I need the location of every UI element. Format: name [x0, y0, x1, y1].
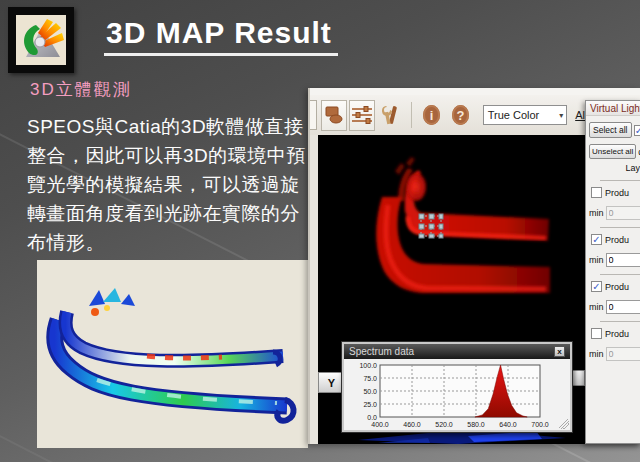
unselect-all-button[interactable]: Unselect all: [589, 144, 636, 159]
min-value-input[interactable]: [606, 347, 640, 361]
chevron-down-icon: ▾: [559, 111, 563, 120]
layer-label: Produ: [605, 235, 629, 245]
spectrum-window-title: Spectrum data: [349, 346, 554, 357]
header-checkbox[interactable]: [634, 125, 640, 136]
layer-checkbox[interactable]: [591, 187, 602, 198]
svg-text:25.0: 25.0: [363, 401, 377, 408]
software-screenshot: i ? True Color ▾ All wavelengt: [308, 88, 640, 444]
spectrum-chart-area: 0.025.050.075.0100.0400.0460.0520.0580.0…: [344, 359, 570, 430]
spectrum-window-titlebar[interactable]: Spectrum data x: [344, 344, 570, 359]
min-label: min: [589, 255, 604, 265]
svg-text:580.0: 580.0: [467, 421, 485, 428]
window-top-strip: [310, 88, 640, 95]
svg-text:520.0: 520.0: [435, 421, 453, 428]
svg-text:75.0: 75.0: [363, 375, 377, 382]
svg-text:460.0: 460.0: [403, 421, 421, 428]
svg-text:50.0: 50.0: [363, 388, 377, 395]
help-icon: ?: [456, 108, 464, 123]
layer-label: Produ: [605, 329, 629, 339]
close-icon[interactable]: x: [554, 346, 565, 357]
fea-render-image: [37, 260, 308, 448]
spectrum-data-window[interactable]: Spectrum data x 0.025.050.075.0100.0400.…: [342, 342, 572, 432]
min-value-input[interactable]: [606, 206, 640, 220]
y-axis-ruler: Y: [318, 372, 345, 393]
body-paragraph: SPEOS與Catia的3D軟體做直接整合，因此可以再3D的環境中預覽光學的模擬…: [27, 112, 313, 257]
color-mode-value: True Color: [488, 109, 540, 121]
svg-text:0.0: 0.0: [367, 414, 377, 421]
min-value-input[interactable]: [606, 253, 640, 267]
divider: [600, 274, 640, 275]
speos-logo-icon: [16, 15, 66, 65]
options-tool-button[interactable]: [379, 100, 404, 131]
toolbar-separator: [411, 102, 412, 128]
sliders-tool-button[interactable]: [349, 100, 375, 131]
shapes-icon: [324, 105, 344, 125]
layer-checkbox[interactable]: [591, 281, 602, 292]
svg-text:400.0: 400.0: [371, 421, 389, 428]
partial-toolbar-button[interactable]: [310, 100, 317, 130]
y-axis-label: Y: [328, 377, 335, 389]
color-mode-dropdown[interactable]: True Color ▾: [483, 105, 567, 125]
panel-title: Virtual Lighting: [586, 101, 640, 116]
selection-handles[interactable]: [418, 213, 444, 239]
min-label: min: [589, 302, 604, 312]
min-value-input[interactable]: [606, 300, 640, 314]
section-label: 3D立體觀測: [30, 78, 132, 101]
tools-icon: [382, 103, 402, 127]
info-button[interactable]: i: [423, 105, 440, 125]
resize-grip[interactable]: [559, 419, 569, 429]
svg-text:100.0: 100.0: [359, 362, 377, 369]
speos-logo: [8, 7, 74, 73]
page-title: 3D MAP Result: [104, 16, 338, 56]
light-guide-figure: [37, 260, 308, 448]
sliders-icon: [351, 105, 373, 125]
virtual-lighting-panel: Virtual Lighting Select all Unselect all…: [585, 100, 640, 444]
info-icon: i: [430, 108, 434, 123]
svg-text:640.0: 640.0: [499, 421, 517, 428]
layer-checkbox[interactable]: [591, 234, 602, 245]
layer-column-label: Lay: [586, 163, 640, 173]
help-button[interactable]: ?: [452, 105, 469, 125]
layer-label: Produ: [605, 282, 629, 292]
3d-viewport[interactable]: Y Spectrum data x 0.025.050.075.0100.040…: [318, 135, 585, 444]
divider: [600, 227, 640, 228]
spectrum-chart: 0.025.050.075.0100.0400.0460.0520.0580.0…: [344, 359, 570, 430]
min-label: min: [589, 208, 604, 218]
svg-text:700.0: 700.0: [531, 421, 549, 428]
layer-label: Produ: [605, 188, 629, 198]
divider: [600, 321, 640, 322]
select-all-button[interactable]: Select all: [589, 122, 632, 138]
ruler-fragment: [571, 370, 585, 386]
divider: [600, 180, 640, 181]
shapes-tool-button[interactable]: [321, 100, 347, 131]
layer-checkbox[interactable]: [591, 328, 602, 339]
min-label: min: [589, 349, 604, 359]
